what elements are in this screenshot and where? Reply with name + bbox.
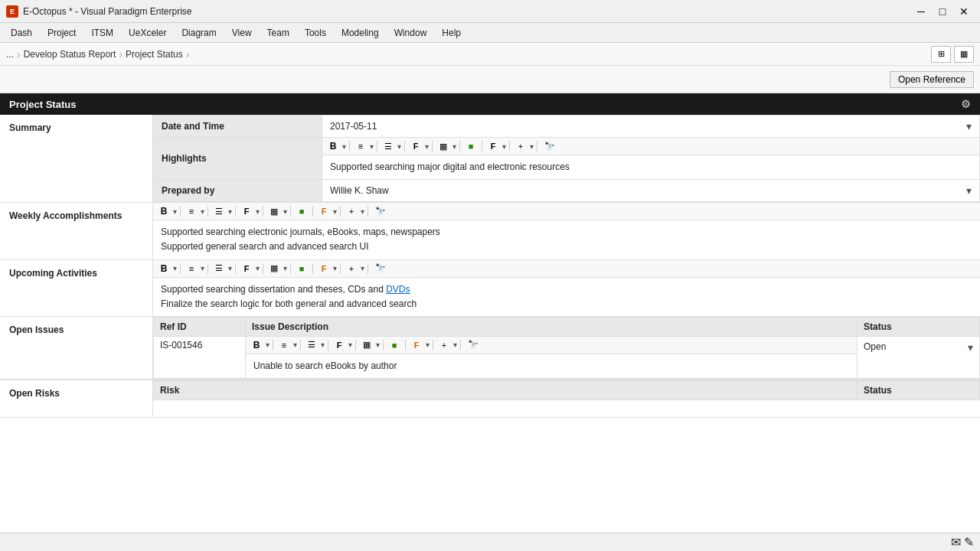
align-btn-weekly[interactable]: ≡ [184,204,199,218]
menu-dash[interactable]: Dash [3,24,40,41]
font-btn-weekly[interactable]: F [239,204,254,218]
font-drop-highlights[interactable]: ▾ [425,142,429,151]
font-btn-issue[interactable]: F [332,338,347,352]
close-button[interactable]: ✕ [954,4,974,19]
date-time-value: 2017-05-11 [330,121,377,132]
menu-project[interactable]: Project [40,24,83,41]
plus-drop-highlights[interactable]: ▾ [530,142,534,151]
color-drop-upcoming[interactable]: ▾ [333,264,337,272]
menu-tools[interactable]: Tools [297,24,334,41]
highlights-text[interactable]: Supported searching major digital and el… [322,155,979,179]
dvds-link[interactable]: DVDs [386,284,410,295]
table-btn-highlights[interactable]: ▦ [436,139,451,153]
minimize-button[interactable]: ─ [911,4,931,19]
font-btn-highlights[interactable]: F [408,139,423,153]
green-btn-issue[interactable]: ■ [387,338,402,352]
plus-drop-weekly[interactable]: ▾ [361,207,364,216]
weekly-toolbar: B ▾ ≡ ▾ ☰ ▾ F ▾ ▦ ▾ ■ F ▾ + [153,203,980,220]
list-drop-highlights[interactable]: ▾ [397,142,401,151]
color-btn-upcoming[interactable]: F [316,262,332,276]
color-btn-highlights[interactable]: F [485,139,501,153]
menu-help[interactable]: Help [434,24,469,41]
bold-drop-weekly[interactable]: ▾ [173,207,177,216]
bold-btn-highlights[interactable]: B [325,139,341,153]
edit-icon[interactable]: ✎ [964,535,974,549]
breadcrumb-sep3: › [186,48,190,60]
list-btn-issue[interactable]: ☰ [304,338,319,352]
list-btn-weekly[interactable]: ☰ [211,204,227,218]
plus-btn-upcoming[interactable]: + [344,262,359,276]
breadcrumb-ellipsis[interactable]: ... [6,49,14,60]
list-btn-upcoming[interactable]: ☰ [211,262,227,276]
breadcrumb-project-status[interactable]: Project Status [126,49,183,60]
upcoming-line3: Finalize the search logic for both gener… [161,297,972,311]
highlights-label: Highlights [162,153,207,164]
plus-btn-weekly[interactable]: + [344,204,359,218]
font-btn-upcoming[interactable]: F [239,262,254,276]
align-drop-upcoming[interactable]: ▾ [201,264,204,272]
search-btn-highlights[interactable]: 🔭 [541,139,559,153]
breadcrumb-develop-status[interactable]: Develop Status Report [24,49,116,60]
plus-btn-issue[interactable]: + [436,338,452,352]
date-time-dropdown-arrow[interactable]: ▾ [966,120,972,132]
bold-btn-upcoming[interactable]: B [156,262,172,276]
highlights-row: Highlights B ▾ ≡ ▾ ☰ ▾ [154,138,980,180]
mail-icon[interactable]: ✉ [951,535,961,549]
weekly-label: Weekly Accomplishments [0,203,153,259]
issue-description-text[interactable]: Unable to search eBooks by author [246,354,857,378]
align-drop-weekly[interactable]: ▾ [201,207,204,216]
breadcrumb-sep1: › [17,48,21,60]
plus-btn-highlights[interactable]: + [513,139,528,153]
search-btn-weekly[interactable]: 🔭 [371,204,390,218]
open-reference-button[interactable]: Open Reference [890,71,974,88]
table-drop-highlights[interactable]: ▾ [452,142,456,151]
restore-button[interactable]: □ [933,4,952,19]
settings-icon[interactable]: ⚙ [961,98,971,110]
table-btn-issue[interactable]: ▦ [359,338,374,352]
green-btn-upcoming[interactable]: ■ [294,262,309,276]
color-btn-issue[interactable]: F [409,338,424,352]
menu-modeling[interactable]: Modeling [334,24,387,41]
green-btn-highlights[interactable]: ■ [463,139,479,153]
prepared-by-dropdown[interactable]: ▾ [966,184,972,197]
open-risks-section: Open Risks Risk Status [0,380,980,418]
color-drop-weekly[interactable]: ▾ [333,207,337,216]
bold-btn-weekly[interactable]: B [156,204,172,218]
table-drop-weekly[interactable]: ▾ [283,207,287,216]
menu-window[interactable]: Window [387,24,435,41]
bold-drop-highlights[interactable]: ▾ [342,142,346,151]
search-btn-upcoming[interactable]: 🔭 [371,262,390,276]
menu-view[interactable]: View [224,24,260,41]
align-btn-upcoming[interactable]: ≡ [184,262,199,276]
color-btn-weekly[interactable]: F [316,204,332,218]
breadcrumb-icon-grid[interactable]: ⊞ [931,46,951,63]
menu-diagram[interactable]: Diagram [174,24,224,41]
align-btn-issue[interactable]: ≡ [276,338,292,352]
breadcrumb-icon-table[interactable]: ▦ [954,46,974,63]
list-drop-weekly[interactable]: ▾ [228,207,232,216]
issue-status-dropdown[interactable]: ▾ [968,341,973,354]
menu-itsm[interactable]: ITSM [83,24,121,41]
risk-col-header: Risk [154,381,858,400]
list-drop-upcoming[interactable]: ▾ [228,264,232,272]
font-drop-upcoming[interactable]: ▾ [256,264,260,272]
table-btn-weekly[interactable]: ▦ [266,204,282,218]
list-btn-highlights[interactable]: ☰ [381,139,396,153]
bold-drop-upcoming[interactable]: ▾ [173,264,177,272]
search-btn-issue[interactable]: 🔭 [464,338,482,352]
color-drop-highlights[interactable]: ▾ [502,142,506,151]
menu-team[interactable]: Team [260,24,297,41]
align-btn-highlights[interactable]: ≡ [353,139,368,153]
weekly-text[interactable]: Supported searching electronic journals,… [153,220,980,259]
table-drop-upcoming[interactable]: ▾ [283,264,287,272]
table-btn-upcoming[interactable]: ▦ [266,262,282,276]
prepared-by-label: Prepared by [162,185,214,196]
upcoming-text[interactable]: Supported searching dissertation and the… [153,278,980,316]
font-drop-weekly[interactable]: ▾ [256,207,260,216]
green-btn-weekly[interactable]: ■ [294,204,309,218]
main-content: Project Status ⚙ Summary Date and Time 2… [0,93,980,533]
plus-drop-upcoming[interactable]: ▾ [361,264,364,272]
menu-uexceler[interactable]: UeXceler [121,24,174,41]
align-drop-highlights[interactable]: ▾ [370,142,374,151]
bold-btn-issue[interactable]: B [249,338,264,352]
